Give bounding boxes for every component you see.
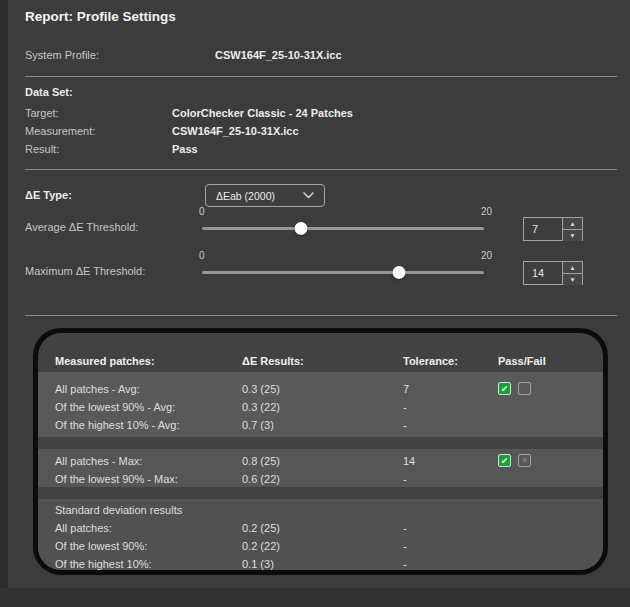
row-tolerance: -: [403, 398, 407, 416]
row-label: Standard deviation results: [55, 501, 182, 519]
table-row: All patches - Max: 0.8 (25) 14 ✔ ✕: [38, 452, 603, 470]
max-results-group: All patches - Max: 0.8 (25) 14 ✔ ✕ Of th…: [38, 449, 603, 487]
avg-threshold-value[interactable]: 7: [524, 218, 562, 240]
col-tolerance: Tolerance:: [403, 355, 458, 367]
slider-thumb[interactable]: [393, 266, 406, 279]
row-label: Of the lowest 90% - Max:: [55, 470, 178, 488]
chevron-down-icon: [303, 192, 314, 199]
row-label: All patches - Avg:: [55, 380, 140, 398]
slider-min-label: 0: [199, 206, 205, 217]
de-type-label: ΔE Type:: [25, 189, 72, 201]
pass-checkbox[interactable]: ✔: [498, 454, 511, 467]
checkmark-icon: ✔: [499, 383, 510, 394]
row-de-result: 0.7 (3): [242, 416, 274, 434]
left-edge-strip: [0, 0, 8, 607]
row-label: Of the highest 10%:: [55, 555, 152, 573]
table-row: Of the highest 10% - Avg: 0.7 (3) -: [38, 416, 603, 434]
row-label: All patches - Max:: [55, 452, 142, 470]
report-profile-settings-window: Report: Profile Settings System Profile:…: [0, 0, 630, 607]
max-threshold-value[interactable]: 14: [524, 262, 562, 284]
row-tolerance: 14: [403, 452, 415, 470]
divider: [25, 315, 617, 316]
row-label: Of the lowest 90% - Avg:: [55, 398, 175, 416]
spin-down-button[interactable]: ▼: [563, 274, 582, 285]
max-threshold-spinner[interactable]: 14 ▲ ▼: [523, 261, 583, 285]
table-row: All patches: 0.2 (25) -: [38, 519, 603, 537]
fail-checkbox[interactable]: [518, 382, 531, 395]
row-de-result: 0.1 (3): [242, 555, 274, 573]
avg-threshold-label: Average ΔE Threshold:: [25, 221, 138, 233]
std-deviation-group: Standard deviation results All patches: …: [38, 499, 603, 570]
results-panel: Measured patches: ΔE Results: Tolerance:…: [33, 328, 608, 575]
table-row: Of the lowest 90% - Avg: 0.3 (22) -: [38, 398, 603, 416]
row-de-result: 0.3 (22): [242, 398, 280, 416]
fail-checkbox[interactable]: ✕: [518, 454, 531, 467]
x-mark-icon: [519, 383, 530, 394]
spin-down-button[interactable]: ▼: [563, 230, 582, 241]
avg-threshold-slider[interactable]: 0 20: [202, 222, 484, 235]
row-tolerance: 7: [403, 380, 409, 398]
col-de-results: ΔE Results:: [242, 355, 304, 367]
table-row: Of the highest 10%: 0.1 (3) -: [38, 555, 603, 573]
spin-up-button[interactable]: ▲: [563, 262, 582, 274]
table-row: Of the lowest 90% - Max: 0.6 (22) -: [38, 470, 603, 488]
measurement-label: Measurement:: [25, 125, 95, 137]
slider-track[interactable]: [202, 227, 484, 230]
avg-threshold-spinner[interactable]: 7 ▲ ▼: [523, 217, 583, 241]
col-measured-patches: Measured patches:: [55, 355, 155, 367]
divider: [25, 169, 617, 170]
row-label: Of the highest 10% - Avg:: [55, 416, 180, 434]
table-row: Standard deviation results: [38, 501, 603, 519]
row-tolerance: -: [403, 555, 407, 573]
row-tolerance: -: [403, 537, 407, 555]
target-value: ColorChecker Classic - 24 Patches: [172, 107, 353, 119]
col-pass-fail: Pass/Fail: [498, 355, 546, 367]
row-de-result: 0.8 (25): [242, 452, 280, 470]
row-tolerance: -: [403, 519, 407, 537]
pass-checkbox[interactable]: ✔: [498, 382, 511, 395]
slider-track[interactable]: [202, 271, 484, 274]
system-profile-label: System Profile:: [25, 49, 99, 61]
system-profile-value: CSW164F_25-10-31X.icc: [215, 49, 342, 61]
row-label: All patches:: [55, 519, 112, 537]
slider-max-label: 20: [481, 206, 492, 217]
measurement-value: CSW164F_25-10-31X.icc: [172, 125, 299, 137]
table-row: Of the lowest 90%: 0.2 (22) -: [38, 537, 603, 555]
avg-results-group: All patches - Avg: 0.3 (25) 7 ✔ Of the l…: [38, 372, 603, 437]
table-row: All patches - Avg: 0.3 (25) 7 ✔: [38, 380, 603, 398]
x-mark-icon: ✕: [519, 455, 530, 466]
results-table-header: Measured patches: ΔE Results: Tolerance:…: [38, 355, 603, 371]
de-type-selected-value: ΔEab (2000): [216, 190, 275, 202]
row-tolerance: -: [403, 470, 407, 488]
row-tolerance: -: [403, 416, 407, 434]
slider-min-label: 0: [199, 250, 205, 261]
max-threshold-label: Maximum ΔE Threshold:: [25, 265, 145, 277]
max-threshold-slider[interactable]: 0 20: [202, 266, 484, 279]
slider-max-label: 20: [481, 250, 492, 261]
target-label: Target:: [25, 107, 59, 119]
row-de-result: 0.6 (22): [242, 470, 280, 488]
row-de-result: 0.3 (25): [242, 380, 280, 398]
de-type-dropdown[interactable]: ΔEab (2000): [205, 184, 325, 207]
divider: [25, 76, 617, 77]
row-de-result: 0.2 (25): [242, 519, 280, 537]
bottom-edge-strip: [0, 588, 630, 607]
result-value: Pass: [172, 143, 198, 155]
result-label: Result:: [25, 143, 59, 155]
row-de-result: 0.2 (22): [242, 537, 280, 555]
slider-thumb[interactable]: [294, 222, 307, 235]
row-label: Of the lowest 90%:: [55, 537, 147, 555]
page-title: Report: Profile Settings: [25, 9, 176, 24]
checkmark-icon: ✔: [499, 455, 510, 466]
spin-up-button[interactable]: ▲: [563, 218, 582, 230]
data-set-heading: Data Set:: [25, 86, 73, 98]
